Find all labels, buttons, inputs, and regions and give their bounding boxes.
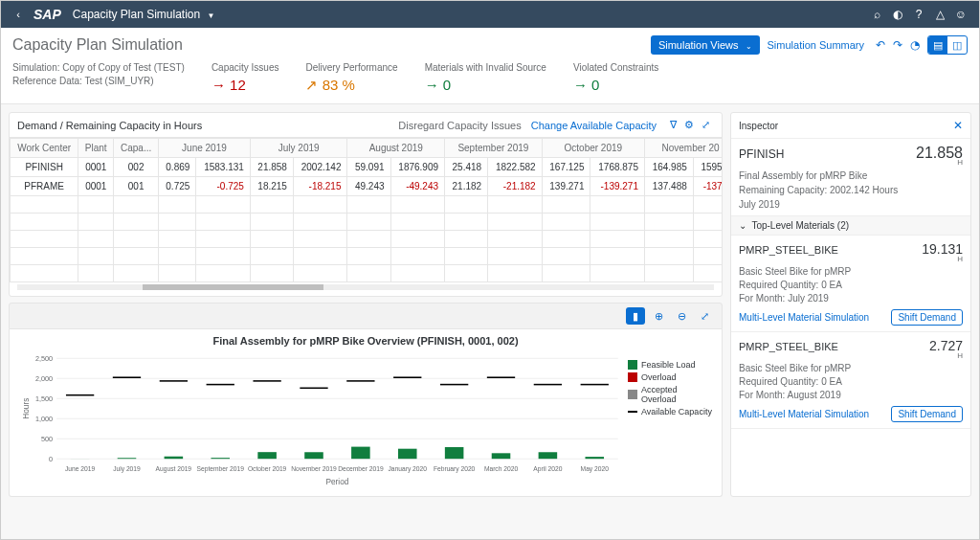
svg-rect-14 (165, 457, 184, 459)
fullscreen-icon[interactable]: ⤢ (702, 119, 710, 131)
simulation-views-label: Simulation Views (658, 39, 739, 51)
inspector-desc: Final Assembly for pMRP Bike (739, 170, 963, 181)
svg-text:November 2019: November 2019 (291, 465, 337, 472)
table-row[interactable]: PFINISH00010020.8691583.13121.8582002.14… (11, 158, 723, 177)
overview-chart[interactable]: 05001,0001,5002,0002,500June 2019July 20… (17, 350, 628, 488)
shell-title-text: Capacity Plan Simulation (73, 8, 200, 21)
shell-header: ‹ SAP Capacity Plan Simulation ▼ ⌕ ◐ ? △… (1, 1, 979, 28)
svg-rect-18 (351, 447, 370, 460)
material-name: PMRP_STEEL_BIKE (739, 244, 838, 256)
material-name: PMRP_STEEL_BIKE (739, 341, 838, 352)
svg-rect-23 (585, 457, 604, 459)
section-label: Top-Level Materials (2) (751, 220, 849, 231)
shift-demand-button[interactable]: Shift Demand (891, 406, 963, 422)
legend-swatch-feasible (628, 360, 637, 370)
inspector-object-name: PFINISH (739, 147, 784, 161)
svg-text:August 2019: August 2019 (156, 465, 192, 473)
filter-icon[interactable]: ∇ (670, 119, 677, 131)
kpi-value: 0 (443, 77, 451, 93)
svg-text:January 2020: January 2020 (389, 465, 428, 473)
table-view-icon[interactable]: ▤ (928, 36, 947, 54)
inspector-object-value: 21.858 (916, 145, 963, 162)
zoom-out-icon[interactable]: ⊖ (672, 307, 691, 325)
svg-rect-19 (398, 449, 417, 459)
shell-title[interactable]: Capacity Plan Simulation ▼ (73, 8, 215, 21)
demand-capacity-panel: Demand / Remaining Capacity in Hours Dis… (9, 112, 723, 297)
close-icon[interactable]: ✕ (953, 119, 963, 132)
svg-text:October 2019: October 2019 (248, 465, 287, 472)
material-qty: Required Quantity: 0 EA (739, 376, 963, 387)
svg-text:2,000: 2,000 (35, 374, 53, 383)
ref-value: Test (SIM_UYR) (84, 76, 153, 86)
help-icon[interactable]: ? (908, 8, 929, 21)
page-header: Capacity Plan Simulation Simulation View… (1, 28, 979, 104)
ref-label: Reference Data: (12, 76, 82, 86)
svg-text:June 2019: June 2019 (65, 465, 95, 472)
chart-view-icon[interactable]: ◫ (947, 36, 967, 54)
chart-legend: Feasible Load Overload Accepted Overload… (628, 350, 714, 488)
material-desc: Basic Steel Bike for pMRP (739, 363, 963, 373)
disregard-link[interactable]: Disregard Capacity Issues (398, 120, 521, 131)
legend-line-capacity (628, 411, 637, 413)
svg-text:2,500: 2,500 (35, 354, 53, 363)
capacity-grid[interactable]: Work CenterPlantCapa...June 2019July 201… (10, 138, 722, 282)
svg-text:December 2019: December 2019 (338, 465, 384, 472)
svg-rect-21 (492, 453, 511, 459)
svg-rect-13 (118, 458, 137, 459)
kpi-violated-constraints[interactable]: Violated Constraints → 0 (573, 62, 658, 94)
sim-label: Simulation: (12, 62, 59, 73)
kpi-capacity-issues[interactable]: Capacity Issues → 12 (212, 62, 279, 94)
table-row (11, 231, 723, 248)
kpi-delivery-performance[interactable]: Delivery Performance ↗ 83 % (305, 62, 397, 94)
material-qty: Required Quantity: 0 EA (739, 280, 963, 290)
zoom-in-icon[interactable]: ⊕ (649, 307, 668, 325)
kpi-invalid-source[interactable]: Materials with Invalid Source → 0 (425, 62, 546, 94)
kpi-label: Capacity Issues (212, 62, 279, 73)
table-row[interactable]: PFRAME00010010.725-0.72518.215-18.21549.… (11, 177, 723, 196)
table-row (11, 248, 723, 265)
back-icon[interactable]: ‹ (9, 9, 28, 20)
trend-icon: → (573, 77, 588, 93)
legend-label: Accepted Overload (641, 385, 714, 404)
svg-text:1,500: 1,500 (35, 394, 53, 403)
trend-icon: → (212, 77, 226, 93)
notification-icon[interactable]: △ (929, 8, 950, 21)
kpi-label: Delivery Performance (305, 62, 397, 73)
kpi-row: Simulation: Copy of Copy of Test (TEST) … (12, 62, 968, 94)
change-capacity-link[interactable]: Change Available Capacity (531, 120, 657, 131)
simulation-summary-link[interactable]: Simulation Summary (768, 39, 864, 51)
inspector-material-item: PMRP_STEEL_BIKE2.727HBasic Steel Bike fo… (731, 332, 970, 429)
horizontal-scrollbar[interactable] (17, 284, 714, 290)
multilevel-sim-link[interactable]: Multi-Level Material Simulation (739, 312, 869, 323)
svg-text:0: 0 (49, 455, 53, 463)
chart-view-icon[interactable]: ▮ (626, 307, 645, 325)
user-icon[interactable]: ☺ (950, 8, 971, 21)
undo-icon[interactable]: ↶ (876, 38, 885, 52)
top-level-materials-section[interactable]: ⌄ Top-Level Materials (2) (731, 215, 970, 236)
settings-icon[interactable]: ⚙ (684, 119, 694, 131)
sap-logo: SAP (33, 7, 61, 22)
inspector-material-item: PMRP_STEEL_BIKE19.131HBasic Steel Bike f… (731, 236, 970, 332)
history-icon[interactable]: ◔ (910, 38, 920, 52)
inspector-remaining: Remaining Capacity: 2002.142 Hours (739, 185, 963, 195)
trend-icon: ↗ (305, 77, 318, 93)
redo-icon[interactable]: ↷ (893, 38, 902, 52)
copilot-icon[interactable]: ◐ (887, 8, 908, 21)
sim-value: Copy of Copy of Test (TEST) (62, 62, 185, 73)
view-toggle: ▤ ◫ (927, 35, 968, 55)
fullscreen-icon[interactable]: ⤢ (695, 307, 714, 325)
legend-swatch-overload (628, 372, 637, 382)
legend-label: Available Capacity (641, 407, 712, 416)
multilevel-sim-link[interactable]: Multi-Level Material Simulation (739, 409, 869, 419)
chevron-down-icon: ▼ (208, 11, 215, 20)
svg-text:Period: Period (326, 478, 349, 486)
search-icon[interactable]: ⌕ (866, 8, 887, 21)
table-row (11, 196, 723, 214)
legend-swatch-accepted (628, 390, 637, 399)
material-month: For Month: August 2019 (739, 390, 963, 400)
svg-text:Hours: Hours (22, 398, 31, 419)
chevron-down-icon: ⌄ (739, 220, 746, 231)
svg-text:March 2020: March 2020 (484, 465, 519, 472)
shift-demand-button[interactable]: Shift Demand (891, 309, 963, 326)
simulation-views-button[interactable]: Simulation Views ⌄ (651, 35, 760, 55)
